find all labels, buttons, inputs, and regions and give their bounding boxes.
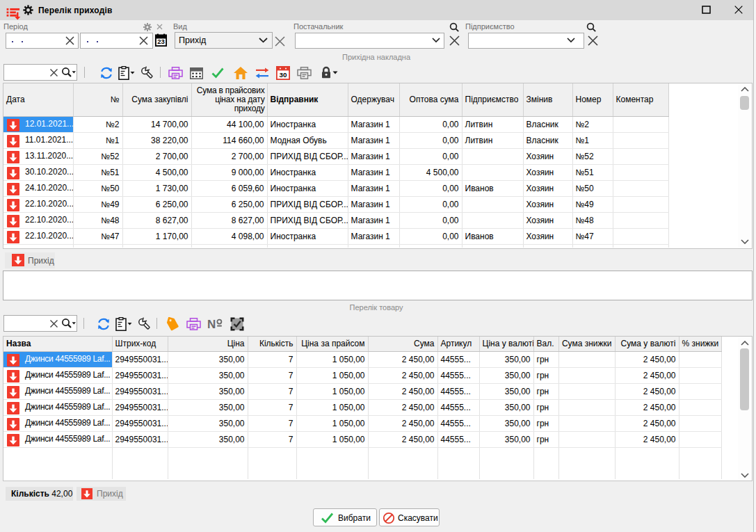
svg-text:N: N	[207, 318, 216, 330]
svg-text:30: 30	[280, 71, 287, 79]
svg-text:23: 23	[157, 38, 165, 45]
